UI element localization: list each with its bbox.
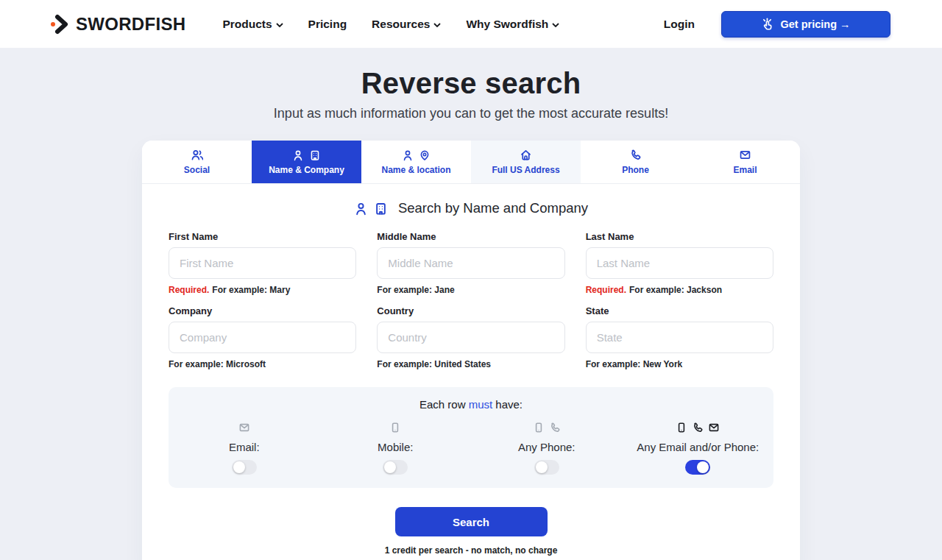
page-subtitle: Input as much information you can to get… — [0, 106, 942, 121]
top-navbar: SWORDFISH Products Pricing Resources Why… — [0, 0, 942, 48]
hero: Reverse search Input as much information… — [0, 48, 942, 121]
swordfish-logo-icon — [50, 14, 71, 35]
mobile-toggle[interactable] — [383, 460, 408, 475]
envelope-icon — [708, 422, 720, 433]
home-icon — [520, 149, 532, 161]
location-pin-icon — [419, 149, 431, 161]
field-first-name: First Name Required.For example: Mary — [169, 231, 356, 295]
requirement-mobile: Mobile: — [320, 421, 472, 475]
nav-item-pricing[interactable]: Pricing — [308, 18, 347, 31]
main-nav: Products Pricing Resources Why Swordfish — [222, 18, 559, 31]
swordfish-logo[interactable]: SWORDFISH — [50, 14, 185, 35]
reverse-search-card: Social Name & Company Name & location Fu… — [142, 141, 800, 560]
envelope-icon — [739, 149, 751, 161]
requirement-email: Email: — [169, 421, 320, 475]
section-title: Search by Name and Company — [142, 200, 800, 216]
country-input[interactable] — [377, 322, 564, 353]
phone-icon — [549, 422, 561, 433]
page-title: Reverse search — [0, 67, 942, 100]
any-email-phone-toggle[interactable] — [685, 460, 710, 475]
search-type-tabs: Social Name & Company Name & location Fu… — [142, 141, 800, 184]
tab-phone[interactable]: Phone — [581, 141, 690, 183]
person-icon — [354, 202, 368, 216]
tab-name-company[interactable]: Name & Company — [252, 141, 361, 183]
nav-item-why-swordfish[interactable]: Why Swordfish — [466, 18, 559, 31]
tab-social[interactable]: Social — [142, 141, 252, 183]
phone-icon — [629, 149, 642, 161]
mobile-icon — [676, 422, 687, 433]
nav-right: Login Get pricing → — [664, 11, 890, 38]
field-last-name: Last Name Required.For example: Jackson — [586, 231, 773, 295]
requirement-any-phone: Any Phone: — [471, 421, 623, 475]
person-icon — [292, 149, 304, 161]
field-country: Country For example: United States — [377, 305, 564, 369]
envelope-icon — [238, 422, 250, 433]
chevron-down-icon — [276, 23, 283, 27]
brand-name: SWORDFISH — [76, 14, 185, 35]
company-input[interactable] — [169, 322, 356, 353]
search-form: First Name Required.For example: Mary Mi… — [142, 216, 800, 375]
email-toggle[interactable] — [232, 460, 257, 475]
tab-full-us-address[interactable]: Full US Address — [471, 141, 581, 183]
nav-item-products[interactable]: Products — [222, 18, 283, 31]
mobile-icon — [389, 422, 401, 433]
phone-icon — [692, 422, 704, 433]
chevron-down-icon — [433, 23, 441, 27]
requirements-title: Each row must have: — [169, 398, 773, 411]
mobile-icon — [533, 422, 545, 433]
field-company: Company For example: Microsoft — [169, 305, 356, 369]
tab-name-location[interactable]: Name & location — [361, 141, 471, 183]
get-pricing-button[interactable]: Get pricing → — [721, 11, 890, 38]
building-icon — [309, 149, 321, 161]
row-requirements-box: Each row must have: Email: Mobile: — [169, 387, 773, 488]
middle-name-input[interactable] — [377, 247, 564, 279]
building-icon — [374, 202, 388, 216]
click-hand-icon — [761, 18, 773, 30]
first-name-input[interactable] — [169, 247, 356, 279]
person-icon — [402, 149, 414, 161]
people-icon — [191, 149, 203, 161]
chevron-down-icon — [552, 23, 559, 27]
tab-email[interactable]: Email — [690, 141, 800, 183]
state-input[interactable] — [586, 322, 773, 353]
last-name-input[interactable] — [586, 247, 773, 279]
credit-note: 1 credit per search - no match, no charg… — [142, 545, 800, 556]
search-button[interactable]: Search — [395, 507, 548, 536]
any-phone-toggle[interactable] — [534, 460, 559, 475]
field-middle-name: Middle Name For example: Jane — [377, 231, 564, 295]
nav-item-resources[interactable]: Resources — [372, 18, 441, 31]
requirement-any-email-or-phone: Any Email and/or Phone: — [623, 421, 774, 475]
login-link[interactable]: Login — [664, 18, 695, 31]
field-state: State For example: New York — [586, 305, 773, 369]
